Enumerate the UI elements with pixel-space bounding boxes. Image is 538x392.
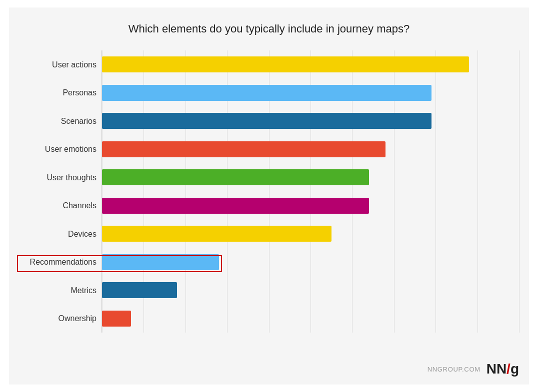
y-label: User emotions bbox=[19, 144, 96, 154]
grid-line bbox=[519, 50, 520, 333]
chart-area: User actionsPersonasScenariosUser emotio… bbox=[19, 50, 519, 333]
chart-title: Which elements do you typically include … bbox=[19, 22, 519, 35]
y-label: User actions bbox=[19, 60, 96, 69]
bar-metrics bbox=[102, 282, 177, 298]
bar-devices bbox=[102, 226, 332, 242]
bar-personas bbox=[102, 85, 432, 101]
bar-row bbox=[102, 54, 519, 74]
y-labels: User actionsPersonasScenariosUser emotio… bbox=[19, 50, 102, 333]
y-label: Personas bbox=[19, 88, 96, 97]
bar-user-actions bbox=[102, 56, 469, 72]
y-label: User thoughts bbox=[19, 173, 96, 182]
bar-row bbox=[102, 167, 519, 187]
bar-row bbox=[102, 83, 519, 103]
bar-ownership bbox=[102, 311, 131, 327]
branding-site: NNGROUP.COM bbox=[428, 366, 480, 373]
bar-row bbox=[102, 139, 519, 159]
bar-user-emotions bbox=[102, 141, 386, 157]
y-label: Channels bbox=[19, 201, 96, 210]
plot-area bbox=[102, 50, 519, 333]
y-label: Recommendations bbox=[19, 257, 96, 267]
bar-row bbox=[102, 224, 519, 244]
bar-user-thoughts bbox=[102, 169, 369, 185]
bar-row bbox=[102, 309, 519, 329]
y-label: Metrics bbox=[19, 286, 96, 295]
bar-row bbox=[102, 196, 519, 216]
branding-logo: NN/g bbox=[486, 361, 519, 377]
bar-scenarios bbox=[102, 113, 432, 129]
bar-row bbox=[102, 280, 519, 300]
bar-recommendations bbox=[102, 254, 219, 270]
bar-row bbox=[102, 111, 519, 131]
branding: NNGROUP.COM NN/g bbox=[428, 361, 519, 377]
y-label: Ownership bbox=[19, 314, 96, 323]
y-label: Scenarios bbox=[19, 116, 96, 126]
chart-container: Which elements do you typically include … bbox=[9, 7, 529, 385]
y-label: Devices bbox=[19, 229, 96, 239]
bar-channels bbox=[102, 198, 369, 214]
bar-row bbox=[102, 252, 519, 272]
slash-icon: / bbox=[506, 361, 510, 377]
